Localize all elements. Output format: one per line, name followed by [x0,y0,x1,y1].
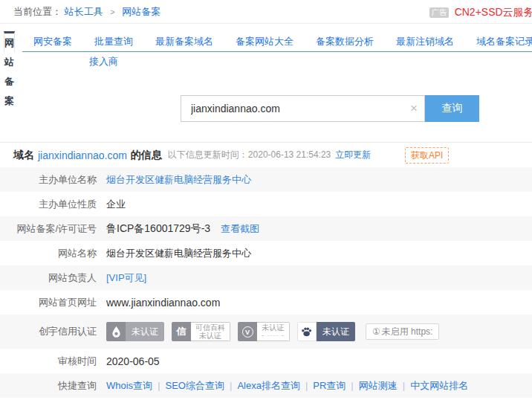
review-date-value: 2020-06-05 [106,355,160,367]
homepage-url-value: www.jianxindiannao.com [106,297,220,309]
row-label: 网站名称 [0,247,97,260]
tab-batch-query[interactable]: 批量查询 [83,31,144,51]
link-separator: | [158,380,160,391]
pr-query-link[interactable]: PR查询 [313,379,346,393]
xin-glyph: 信 [177,325,186,338]
site-name-value: 烟台开发区健薪电脑经营服务中心 [106,247,251,260]
vip-visible-link[interactable]: [VIP可见] [106,271,146,285]
tab-row-2: 接入商 [0,52,532,71]
sponsor-nature-value: 企业 [106,198,126,211]
droplet-icon [106,322,126,341]
ad-text: CN2+SSD云服务器●5 [455,6,532,18]
v-cert-line1: 未认证 [262,323,284,332]
tab-latest-cancelled-domains[interactable]: 最新注销域名 [385,31,465,51]
tab-row-1: 网站备案 网安备案 批量查询 最新备案域名 备案网站大全 备案数据分析 最新注销… [0,31,532,52]
row-label: 主办单位性质 [0,198,97,211]
baidu-cert-badge[interactable]: 未认证 [297,322,355,341]
get-api-button[interactable]: 获取API [405,147,449,164]
https-status-pill: ①未启用 https: [366,323,439,340]
table-row-homepage: 网站首页网址 www.jianxindiannao.com [0,290,532,314]
table-row-review-date: 审核时间 2020-06-05 [0,349,532,373]
credit-badges: 未认证 信 可信百科 未认证 V 未认证 - ···· - [106,322,439,341]
knownsec-cert-status: 未认证 [126,322,164,341]
sponsor-name-link[interactable]: 烟台开发区健薪电脑经营服务中心 [106,173,251,187]
breadcrumb-prefix: 当前位置： [13,6,62,17]
paw-icon [297,322,317,341]
ad-banner[interactable]: 广告 CN2+SSD云服务器●5 [429,0,532,24]
table-row-sponsor-name: 主办单位名称 烟台开发区健薪电脑经营服务中心 [0,167,532,192]
clear-icon[interactable]: × [410,96,418,121]
info-header-suffix: 的信息 [131,149,162,162]
icp-license-value: 鲁ICP备16001729号-3 [106,222,210,236]
info-header-prefix: 域名 [13,149,34,162]
knownsec-cert-badge[interactable]: 未认证 [106,322,164,341]
v-glyph: V [242,326,253,338]
v-cert-line2: - ···· - [262,332,285,340]
xin-icon: 信 [172,322,191,341]
info-header: 域名 jianxindiannao.com 的信息 以下信息更新时间：2020-… [0,143,532,167]
quick-query-links: Whois查询 | SEO综合查询 | Alexa排名查询 | PR查询 | 网… [106,379,468,393]
info-header-domain-link[interactable]: jianxindiannao.com [38,149,127,161]
table-row-quick-query: 快捷查询 Whois查询 | SEO综合查询 | Alexa排名查询 | PR查… [0,373,532,398]
breadcrumb-link-webmaster-tools[interactable]: 站长工具 [65,6,103,17]
view-screenshot-link[interactable]: 查看截图 [221,222,259,236]
row-label: 快捷查询 [0,379,97,393]
table-row-site-owner: 网站负责人 [VIP可见] [0,265,532,290]
tab-access-provider[interactable]: 接入商 [89,56,118,67]
search-box: × [181,95,425,122]
search-input[interactable] [181,96,424,121]
ad-badge: 广告 [429,7,449,18]
row-label: 网站首页网址 [0,296,97,309]
row-label: 审核时间 [0,355,97,368]
chinese-site-rank-link[interactable]: 中文网站排名 [410,379,468,393]
search-section: × 查询 [0,71,532,142]
breadcrumb-link-site-beian[interactable]: 网站备案 [122,6,160,17]
domain-info-section: 域名 jianxindiannao.com 的信息 以下信息更新时间：2020-… [0,142,532,398]
link-separator: | [351,380,353,391]
page: { "colors": { "tab_link_blue": "#2577e3"… [0,0,532,400]
baidu-cert-status: 未认证 [317,322,355,341]
top-bar: 当前位置： 站长工具 > 网站备案 广告 CN2+SSD云服务器●5 [0,0,532,24]
update-now-link[interactable]: 立即更新 [335,149,371,161]
row-label: 网站备案/许可证号 [0,222,97,236]
v-circle-icon: V [238,322,257,341]
row-label: 主办单位名称 [0,173,97,187]
link-separator: | [305,380,308,391]
tab-beian-data-analysis[interactable]: 备案数据分析 [305,31,385,51]
row-label: 网站负责人 [0,271,97,285]
tab-wangan-beian[interactable]: 网安备案 [22,31,83,51]
tab-latest-beian-domains[interactable]: 最新备案域名 [144,31,224,51]
link-separator: | [403,380,405,391]
table-row-sponsor-nature: 主办单位性质 企业 [0,192,532,216]
whois-query-link[interactable]: Whois查询 [106,379,152,393]
site-speed-link[interactable]: 网站测速 [359,379,398,393]
seo-query-link[interactable]: SEO综合查询 [166,379,224,393]
link-separator: | [230,380,232,391]
kexin-baike-line2: 未认证 [199,332,221,340]
https-status-text: 未启用 https: [382,326,433,337]
breadcrumb-separator: > [110,7,114,16]
info-circle-icon: ① [372,326,380,337]
search-button[interactable]: 查询 [425,95,479,122]
table-row-credit-cert: 创宇信用认证 未认证 信 可信百科 未认证 V 未认证 - ···· - [0,314,532,349]
alexa-rank-link[interactable]: Alexa排名查询 [237,379,300,393]
tab-row-rest: 网安备案 批量查询 最新备案域名 备案网站大全 备案数据分析 最新注销域名 域名… [22,31,532,52]
tab-website-beian[interactable]: 网站备案 [4,31,15,52]
tab-bar: 网站备案 网安备案 批量查询 最新备案域名 备案网站大全 备案数据分析 最新注销… [0,31,532,71]
table-row-site-name: 网站名称 烟台开发区健薪电脑经营服务中心 [0,241,532,265]
kexin-baike-line1: 可信百科 [195,323,225,332]
kexin-baike-badge[interactable]: 信 可信百科 未认证 [172,322,230,341]
tab-beian-site-directory[interactable]: 备案网站大全 [224,31,305,51]
table-row-icp-license: 网站备案/许可证号 鲁ICP备16001729号-3 查看截图 [0,216,532,241]
tab-domain-beian-records[interactable]: 域名备案记录 [465,31,532,51]
row-label: 创宇信用认证 [0,325,97,338]
v-cert-badge[interactable]: V 未认证 - ···· - [238,322,290,341]
update-time-note: 以下信息更新时间：2020-06-13 21:54:23 [168,149,331,161]
